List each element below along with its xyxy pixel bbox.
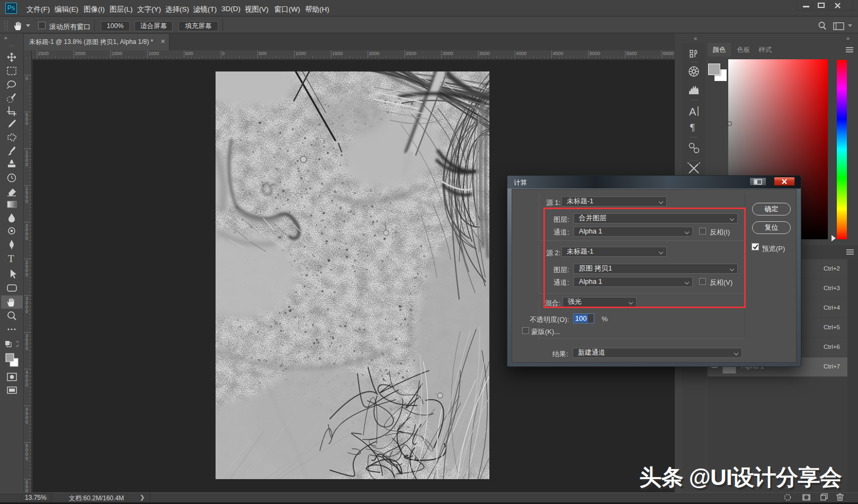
svg-text:4500: 4500 (553, 51, 564, 56)
svg-text:5500: 5500 (626, 51, 637, 56)
svg-text:0: 0 (222, 51, 225, 56)
svg-text:2500: 2500 (38, 51, 49, 56)
svg-text:»: » (4, 35, 7, 41)
svg-text:0: 0 (25, 382, 28, 388)
svg-text:0: 0 (25, 162, 28, 167)
svg-text:0: 0 (25, 419, 28, 425)
svg-text:4000: 4000 (516, 51, 526, 56)
svg-text:2000: 2000 (369, 51, 380, 56)
svg-text:3000: 3000 (442, 51, 453, 56)
svg-text:0: 0 (25, 236, 28, 241)
svg-text:2500: 2500 (406, 51, 416, 56)
svg-text:0: 0 (25, 76, 28, 81)
svg-text:5000: 5000 (589, 51, 600, 56)
svg-text:0: 0 (25, 199, 28, 204)
svg-text:0: 0 (25, 121, 28, 126)
svg-text:0: 0 (25, 488, 28, 492)
svg-text:0: 0 (25, 346, 28, 351)
svg-text:0: 0 (25, 456, 28, 461)
svg-text:A: A (689, 106, 696, 118)
svg-text:1000: 1000 (148, 51, 159, 56)
svg-text:3500: 3500 (479, 51, 490, 56)
svg-text:0: 0 (25, 272, 28, 277)
svg-text:1000: 1000 (296, 51, 306, 56)
svg-text:1500: 1500 (332, 51, 343, 56)
svg-text:¶: ¶ (690, 122, 695, 133)
svg-text:1500: 1500 (112, 51, 122, 56)
svg-text:2000: 2000 (75, 51, 85, 56)
svg-text:0: 0 (25, 309, 28, 314)
svg-text:T: T (8, 253, 14, 264)
svg-text:6000: 6000 (663, 51, 674, 56)
svg-text:500: 500 (258, 51, 266, 56)
svg-text:500: 500 (185, 51, 193, 56)
